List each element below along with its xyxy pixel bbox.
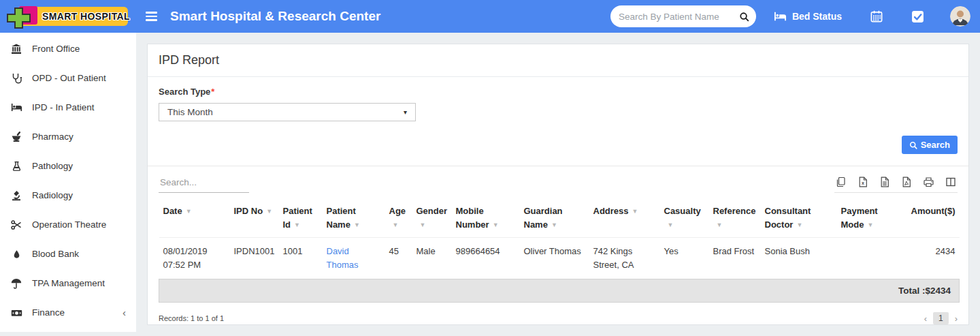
page-number-button[interactable]: 1 [933,312,949,324]
cell-casualty: Yes [660,238,709,279]
cell-amount: 2434 [900,238,960,279]
sort-icon[interactable]: ▼ [266,207,272,217]
column-visibility-icon[interactable] [945,177,956,187]
cell-patient-name: David Thomas [323,238,385,279]
sidebar-item-finance[interactable]: Finance‹ [0,298,136,327]
column-header-casualty[interactable]: Casualty▼ [660,197,709,238]
mortar-pestle-icon [10,132,22,142]
sort-icon[interactable]: ▼ [632,207,638,217]
sort-icon[interactable]: ▼ [717,221,723,230]
sidebar-toggle-icon[interactable] [146,12,157,21]
tasks-check-icon[interactable] [911,10,924,23]
sidebar-item-label: Operation Theatre [32,219,106,230]
total-row-cell: Total :$2434 [159,279,960,303]
sort-icon[interactable]: ▼ [186,207,192,217]
sidebar-item-radiology[interactable]: Radiology [0,181,136,210]
cell-payment-mode [837,238,900,279]
cell-gender: Male [412,238,452,279]
print-icon[interactable] [923,177,934,187]
patient-name-link[interactable]: David Thomas [327,246,359,270]
cell-consultant-doctor: Sonia Bush [761,238,837,279]
app-logo[interactable]: SMART HOSPITAL [0,0,136,33]
sidebar-item-label: OPD - Out Patient [32,73,106,83]
umbrella-icon [10,278,22,289]
bed-status-button[interactable]: Bed Status [774,11,842,22]
total-row: Total :$2434 [159,279,960,303]
next-page-icon[interactable]: › [955,314,958,324]
column-header-patient-name[interactable]: Patient Name▼ [323,197,385,238]
sort-icon[interactable]: ▼ [354,221,360,230]
sort-icon[interactable]: ▼ [668,221,674,230]
total-value: $2434 [925,286,951,296]
total-label: Total : [898,286,926,296]
money-icon [10,308,22,318]
stethoscope-icon [10,73,22,84]
sidebar-item-ipd-in-patient[interactable]: IPD - In Patient [0,93,136,122]
page-title: IPD Report [148,44,968,77]
column-header-guardian-name[interactable]: Guardian Name▼ [520,197,589,238]
column-header-address[interactable]: Address▼ [589,197,660,238]
column-header-date[interactable]: Date▼ [159,197,230,238]
sidebar-item-label: Pharmacy [32,132,74,142]
pdf-export-icon[interactable] [901,177,912,187]
calendar-icon[interactable] [870,10,883,22]
column-header-patient-id[interactable]: Patient Id▼ [279,197,323,238]
sort-icon[interactable]: ▼ [393,221,399,230]
column-header-age[interactable]: Age▼ [385,197,412,238]
top-header: SMART HOSPITAL Smart Hospital & Research… [0,0,980,33]
sort-icon[interactable]: ▼ [796,221,802,230]
column-header-mobile-number[interactable]: Mobile Number▼ [452,197,520,238]
sort-icon[interactable]: ▼ [551,221,557,230]
search-type-select[interactable]: This Month ▾ [159,103,416,121]
sidebar-item-label: Blood Bank [32,249,79,259]
table-search-input[interactable] [159,176,249,193]
sidebar-item-tpa-management[interactable]: TPA Management [0,269,136,298]
microscope-icon [10,190,22,201]
csv-export-icon[interactable] [879,177,890,187]
copy-icon[interactable] [836,177,847,187]
bed-icon [10,103,22,112]
sidebar-item-opd-out-patient[interactable]: OPD - Out Patient [0,63,136,93]
ipd-report-table: Date▼IPD No▼Patient Id▼Patient Name▼Age▼… [159,197,960,303]
sort-icon[interactable]: ▼ [420,221,426,230]
column-header-gender[interactable]: Gender▼ [412,197,452,238]
column-header-amount[interactable]: Amount($) [900,197,960,238]
search-icon [909,141,917,149]
cell-date: 08/01/2019 07:52 PM [159,238,230,279]
sidebar-item-pathology[interactable]: Pathology [0,151,136,181]
column-header-ipd-no[interactable]: IPD No▼ [230,197,279,238]
sort-icon[interactable]: ▼ [294,221,300,230]
search-button[interactable]: Search [902,136,958,154]
excel-export-icon[interactable]: x [858,177,868,187]
table-header-row: Date▼IPD No▼Patient Id▼Patient Name▼Age▼… [159,197,960,238]
table-row: 08/01/2019 07:52 PMIPDN10011001David Tho… [159,238,960,279]
sidebar-item-operation-theatre[interactable]: Operation Theatre [0,210,136,239]
cell-ipd-no: IPDN1001 [230,238,279,279]
search-type-value: This Month [167,107,213,117]
sidebar-item-label: Finance [32,307,65,318]
export-toolbar: x [834,177,958,193]
patient-search [610,5,756,27]
logo-text: SMART HOSPITAL [42,11,130,22]
sort-icon[interactable]: ▼ [493,221,499,230]
sidebar-item-pharmacy[interactable]: Pharmacy [0,122,136,151]
search-icon[interactable] [739,12,749,22]
cell-age: 45 [385,238,412,279]
patient-search-input[interactable] [619,12,739,22]
scissors-icon [10,219,22,230]
column-header-reference[interactable]: Reference▼ [709,197,761,238]
sidebar-menu: Front OfficeOPD - Out PatientIPD - In Pa… [0,33,136,332]
column-header-payment-mode[interactable]: Payment Mode▼ [837,197,900,238]
sidebar-item-label: TPA Management [32,278,105,288]
sidebar-item-blood-bank[interactable]: Blood Bank [0,239,136,269]
sidebar-item-front-office[interactable]: Front Office [0,34,136,63]
sort-icon[interactable]: ▼ [867,221,873,230]
hospital-cross-icon [4,3,39,32]
user-avatar[interactable] [950,6,970,27]
prev-page-icon[interactable]: ‹ [924,314,927,324]
column-header-consultant-doctor[interactable]: Consultant Doctor▼ [761,197,837,238]
flask-icon [10,161,22,172]
pagination: ‹ 1 › [924,312,958,324]
cell-mobile-number: 989664654 [452,238,520,279]
section-divider [148,166,968,166]
